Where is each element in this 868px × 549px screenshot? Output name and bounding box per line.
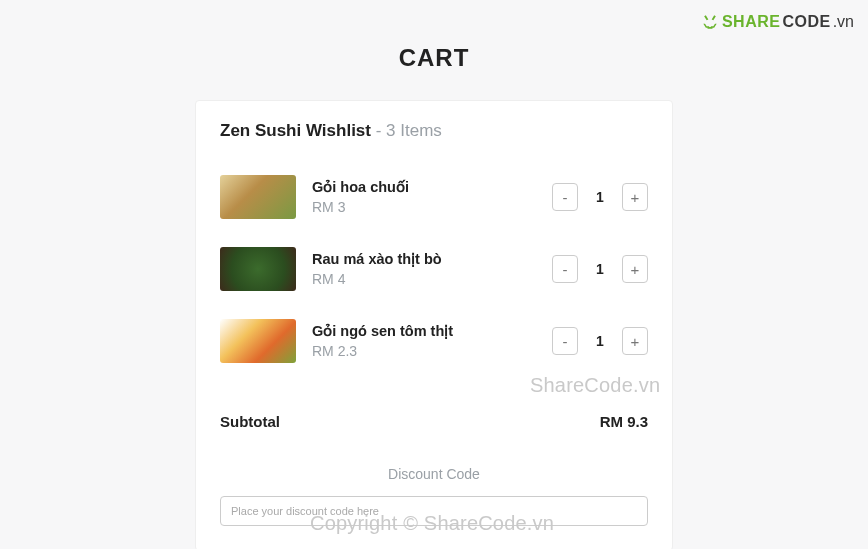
quantity-stepper: - 1 +: [552, 255, 648, 283]
item-thumbnail: [220, 319, 296, 363]
cart-item: Gỏi hoa chuối RM 3 - 1 +: [220, 175, 648, 219]
subtotal-value: RM 9.3: [600, 413, 648, 430]
brand-logo: SHARECODE.vn: [700, 12, 854, 32]
item-name: Gỏi ngó sen tôm thịt: [312, 323, 552, 339]
item-price: RM 3: [312, 199, 552, 215]
item-thumbnail: [220, 247, 296, 291]
wishlist-title: Zen Sushi Wishlist: [220, 121, 371, 140]
subtotal-label: Subtotal: [220, 413, 280, 430]
qty-value: 1: [596, 333, 604, 349]
brand-code: CODE: [782, 13, 830, 31]
quantity-stepper: - 1 +: [552, 183, 648, 211]
quantity-stepper: - 1 +: [552, 327, 648, 355]
item-price: RM 2.3: [312, 343, 552, 359]
item-info: Gỏi hoa chuối RM 3: [312, 179, 552, 215]
wishlist-count: - 3 Items: [376, 121, 442, 140]
brand-vn: .vn: [833, 13, 854, 31]
item-price: RM 4: [312, 271, 552, 287]
qty-minus-button[interactable]: -: [552, 327, 578, 355]
subtotal-row: Subtotal RM 9.3: [220, 413, 648, 430]
item-thumbnail: [220, 175, 296, 219]
qty-value: 1: [596, 261, 604, 277]
discount-title: Discount Code: [220, 466, 648, 482]
item-info: Gỏi ngó sen tôm thịt RM 2.3: [312, 323, 552, 359]
qty-plus-button[interactable]: +: [622, 255, 648, 283]
qty-plus-button[interactable]: +: [622, 183, 648, 211]
recycle-icon: [700, 12, 720, 32]
qty-minus-button[interactable]: -: [552, 183, 578, 211]
cart-item: Rau má xào thịt bò RM 4 - 1 +: [220, 247, 648, 291]
discount-code-input[interactable]: [220, 496, 648, 526]
item-name: Gỏi hoa chuối: [312, 179, 552, 195]
qty-minus-button[interactable]: -: [552, 255, 578, 283]
wishlist-header: Zen Sushi Wishlist - 3 Items: [220, 121, 648, 141]
qty-plus-button[interactable]: +: [622, 327, 648, 355]
page-title: CART: [0, 44, 868, 72]
cart-card: Zen Sushi Wishlist - 3 Items Gỏi hoa chu…: [195, 100, 673, 549]
brand-share: SHARE: [722, 13, 781, 31]
cart-item: Gỏi ngó sen tôm thịt RM 2.3 - 1 +: [220, 319, 648, 363]
item-name: Rau má xào thịt bò: [312, 251, 552, 267]
qty-value: 1: [596, 189, 604, 205]
item-info: Rau má xào thịt bò RM 4: [312, 251, 552, 287]
